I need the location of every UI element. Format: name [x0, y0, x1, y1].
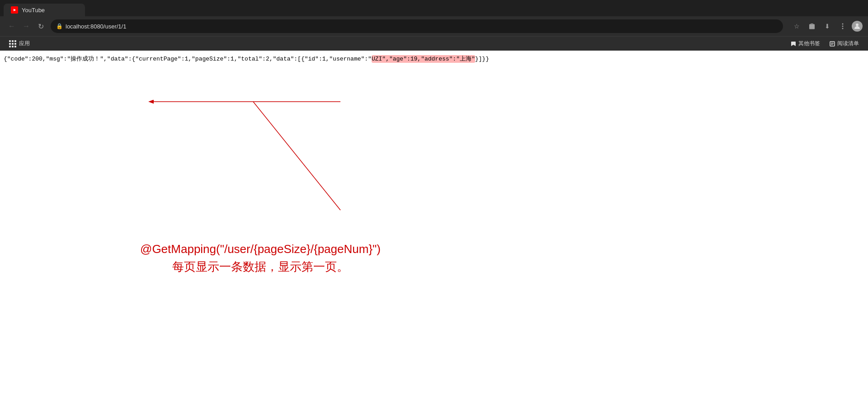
json-response-text-end: }]}}	[475, 56, 489, 62]
bookmarks-bar: 应用 其他书签 阅读清单	[0, 36, 868, 51]
tab-bar: YouTube	[0, 0, 868, 16]
arrow-annotation	[0, 51, 868, 408]
apps-grid-icon	[9, 40, 16, 47]
tab-title: YouTube	[22, 7, 45, 14]
annotation-block: @GetMapping("/user/{pageSize}/{pageNum}"…	[140, 240, 381, 276]
refresh-button[interactable]: ↻	[34, 20, 47, 33]
browser-chrome: YouTube ← → ↻ 🔒 localhost:8080/user/1/1 …	[0, 0, 868, 51]
active-tab[interactable]: YouTube	[4, 4, 85, 16]
svg-point-3	[856, 23, 859, 26]
profile-avatar[interactable]	[852, 21, 863, 32]
nav-buttons: ← → ↻	[5, 20, 47, 33]
bookmark-reading-label: 阅读清单	[837, 40, 859, 47]
star-button[interactable]: ☆	[790, 20, 803, 33]
extensions-button[interactable]	[806, 20, 818, 33]
annotation-line1: @GetMapping("/user/{pageSize}/{pageNum}"…	[140, 240, 381, 258]
bookmark-other[interactable]: 其他书签	[787, 38, 824, 49]
toolbar-right: ☆ ⬇	[790, 20, 863, 33]
bookmark-reading[interactable]: 阅读清单	[826, 38, 863, 49]
lock-icon: 🔒	[56, 23, 63, 29]
svg-point-0	[842, 23, 844, 25]
json-response-line: {"code":200,"msg":"操作成功！","data":{"curre…	[4, 54, 489, 62]
tab-favicon	[11, 6, 18, 14]
svg-line-10	[253, 102, 340, 210]
json-highlight: UZI","age":19,"address":"上海"	[372, 55, 475, 63]
annotation-line2: 每页显示一条数据，显示第一页。	[140, 258, 381, 276]
toolbar: ← → ↻ 🔒 localhost:8080/user/1/1 ☆ ⬇	[0, 16, 868, 36]
json-response-text: {"code":200,"msg":"操作成功！","data":{"curre…	[4, 56, 372, 62]
menu-button[interactable]	[836, 20, 849, 33]
bookmark-other-label: 其他书签	[798, 40, 820, 47]
apps-label: 应用	[19, 40, 30, 47]
back-button[interactable]: ←	[5, 20, 18, 33]
address-bar[interactable]: 🔒 localhost:8080/user/1/1	[51, 19, 783, 33]
svg-point-2	[842, 28, 844, 29]
page-content: {"code":200,"msg":"操作成功！","data":{"curre…	[0, 51, 868, 408]
svg-point-1	[842, 26, 844, 27]
apps-button[interactable]: 应用	[5, 38, 33, 49]
download-button[interactable]: ⬇	[821, 20, 834, 33]
url-text: localhost:8080/user/1/1	[66, 23, 778, 30]
forward-button[interactable]: →	[20, 20, 33, 33]
